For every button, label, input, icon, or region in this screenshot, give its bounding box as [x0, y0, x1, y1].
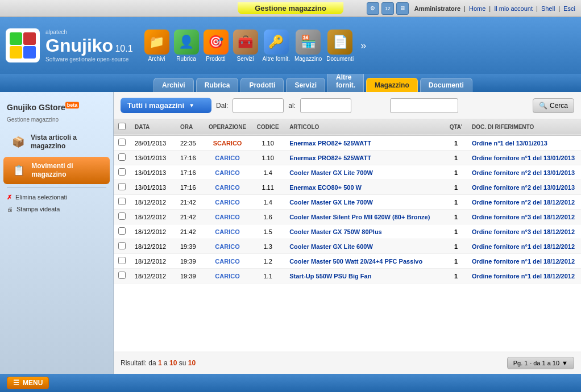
col-operazione: OPERAZIONE — [204, 119, 251, 135]
row-operazione: CARICO — [204, 254, 251, 269]
tab-archivi[interactable]: Archivi — [153, 78, 194, 92]
tab-rubrica[interactable]: Rubrica — [196, 78, 239, 92]
row-riferimento[interactable]: Ordine fornitore n°2 del 18/12/2012 — [467, 195, 581, 210]
separator1: | — [464, 5, 466, 12]
row-codice: 1.10 — [251, 135, 285, 151]
row-codice: 1.5 — [251, 224, 285, 239]
row-articolo[interactable]: Start-Up 550W PSU Big Fan — [285, 269, 445, 283]
select-all-checkbox[interactable] — [118, 123, 126, 130]
calendar-icon[interactable]: 12 — [381, 2, 394, 15]
sidebar-item-vista[interactable]: 📦 Vista articoli a magazzino — [3, 128, 110, 156]
row-riferimento[interactable]: Ordine fornitore n°1 del 18/12/2012 — [467, 254, 581, 269]
row-operazione: CARICO — [204, 269, 251, 283]
nav-rubrica[interactable]: 👤 Rubrica — [174, 30, 199, 62]
row-articolo[interactable]: Enermax PRO82+ 525WATT — [285, 151, 445, 165]
shell-link[interactable]: Shell — [541, 5, 555, 12]
sidebar-item-movimenti-label: Movimenti di magazzino — [31, 162, 103, 178]
row-checkbox[interactable] — [118, 183, 126, 190]
results-text: Risultati: da 1 a 10 su 10 — [121, 359, 196, 367]
separator3: | — [536, 5, 538, 12]
col-codice: CODICE — [251, 119, 285, 135]
row-codice: 1.3 — [251, 239, 285, 254]
stampa-action[interactable]: 🖨 Stampa videata — [0, 203, 113, 215]
tab-servizi[interactable]: Servizi — [286, 78, 325, 92]
sidebar-item-movimenti[interactable]: 📋 Movimenti di magazzino — [3, 157, 110, 184]
row-riferimento[interactable]: Ordine fornitore n°2 del 13/01/2013 — [467, 165, 581, 180]
row-codice: 1.10 — [251, 151, 285, 165]
warehouse-select[interactable]: Tutti i magazzini ▼ — [121, 98, 211, 113]
row-checkbox[interactable] — [118, 153, 126, 161]
row-riferimento[interactable]: Ordine fornitore n°3 del 18/12/2012 — [467, 210, 581, 224]
row-data: 18/12/2012 — [130, 224, 176, 239]
col-ora: ORA — [176, 119, 204, 135]
row-checkbox[interactable] — [118, 227, 126, 235]
sidebar-title: Gnujiko GStorebeta — [0, 98, 113, 116]
home-link[interactable]: Home — [469, 5, 485, 12]
dal-input[interactable] — [233, 98, 284, 113]
row-operazione: CARICO — [204, 210, 251, 224]
row-checkbox[interactable] — [118, 139, 126, 146]
row-operazione: CARICO — [204, 195, 251, 210]
row-codice: 1.6 — [251, 210, 285, 224]
col-qta: QTA' — [445, 119, 467, 135]
row-checkbox[interactable] — [118, 212, 126, 220]
row-qta: 1 — [445, 180, 467, 195]
pagination-button[interactable]: Pg. 1 - da 1 a 10 ▼ — [507, 357, 574, 369]
al-input[interactable] — [300, 98, 351, 113]
table-row: 28/01/2013 22:35 SCARICO 1.10 Enermax PR… — [114, 135, 581, 151]
settings-icon[interactable]: ⚙ — [367, 2, 379, 15]
nav-prodotti[interactable]: 🎯 Prodotti — [204, 30, 229, 62]
nav-magazzino[interactable]: 🏪 Magazzino — [294, 30, 322, 62]
row-articolo[interactable]: Cooler Master GX Lite 700W — [285, 195, 445, 210]
row-checkbox[interactable] — [118, 242, 126, 249]
nav-altre[interactable]: 🔑 Altre fornit. — [263, 30, 290, 62]
row-riferimento[interactable]: Ordine fornitore n°1 del 18/12/2012 — [467, 239, 581, 254]
x-icon: ✗ — [7, 194, 12, 201]
row-qta: 1 — [445, 269, 467, 283]
row-qta: 1 — [445, 135, 467, 151]
menu-button[interactable]: ☰ MENU — [7, 377, 49, 389]
nav-archivi[interactable]: 📁 Archivi — [144, 30, 169, 62]
nav-servizi[interactable]: 🧰 Servizi — [233, 30, 258, 62]
account-link[interactable]: Il mio account — [494, 5, 533, 12]
search-input[interactable] — [390, 98, 458, 113]
logo-icon — [6, 28, 40, 62]
row-data: 28/01/2013 — [130, 135, 176, 151]
row-riferimento[interactable]: Ordine fornitore n°2 del 13/01/2013 — [467, 180, 581, 195]
row-qta: 1 — [445, 165, 467, 180]
sidebar: Gnujiko GStorebeta Gestione magazzino 📦 … — [0, 92, 114, 374]
esci-link[interactable]: Esci — [563, 5, 575, 12]
row-articolo[interactable]: Cooler Master 500 Watt 20/24+4 PFC Passi… — [285, 254, 445, 269]
nav-documenti[interactable]: 📄 Documenti — [326, 30, 354, 62]
col-articolo: ARTICOLO — [285, 119, 445, 135]
tab-magazzino[interactable]: Magazzino — [366, 78, 418, 92]
row-articolo[interactable]: Enermax ECO80+ 500 W — [285, 180, 445, 195]
monitor-icon[interactable]: 🖥 — [396, 2, 409, 15]
tab-prodotti[interactable]: Prodotti — [240, 78, 284, 92]
row-checkbox[interactable] — [118, 168, 126, 176]
row-codice: 1.4 — [251, 165, 285, 180]
row-checkbox[interactable] — [118, 272, 126, 279]
sidebar-item-vista-label: Vista articoli a magazzino — [31, 134, 103, 150]
row-articolo[interactable]: Enermax PRO82+ 525WATT — [285, 135, 445, 151]
row-articolo[interactable]: Cooler Master GX Lite 700W — [285, 165, 445, 180]
row-articolo[interactable]: Cooler Master Silent Pro MII 620W (80+ B… — [285, 210, 445, 224]
row-articolo[interactable]: Cooler Master GX 750W 80Plus — [285, 224, 445, 239]
warehouse-arrow-icon: ▼ — [189, 102, 194, 109]
row-checkbox[interactable] — [118, 257, 126, 264]
row-articolo[interactable]: Cooler Master GX Lite 600W — [285, 239, 445, 254]
row-operazione: CARICO — [204, 151, 251, 165]
elimina-action[interactable]: ✗ Elimina selezionati — [0, 191, 113, 203]
search-button[interactable]: 🔍 Cerca — [533, 98, 574, 113]
row-riferimento[interactable]: Ordine fornitore n°3 del 18/12/2012 — [467, 224, 581, 239]
row-codice: 1.2 — [251, 254, 285, 269]
menu-icon: ☰ — [13, 379, 19, 387]
row-riferimento[interactable]: Ordine fornitore n°1 del 18/12/2012 — [467, 269, 581, 283]
tab-documenti[interactable]: Documenti — [420, 78, 472, 92]
row-riferimento[interactable]: Ordine fornitore n°1 del 13/01/2013 — [467, 151, 581, 165]
row-riferimento[interactable]: Ordine n°1 del 13/01/2013 — [467, 135, 581, 151]
search-icon: 🔍 — [539, 102, 547, 110]
row-checkbox[interactable] — [118, 198, 126, 205]
print-icon: 🖨 — [7, 206, 13, 212]
more-nav-button[interactable]: » — [358, 37, 368, 54]
